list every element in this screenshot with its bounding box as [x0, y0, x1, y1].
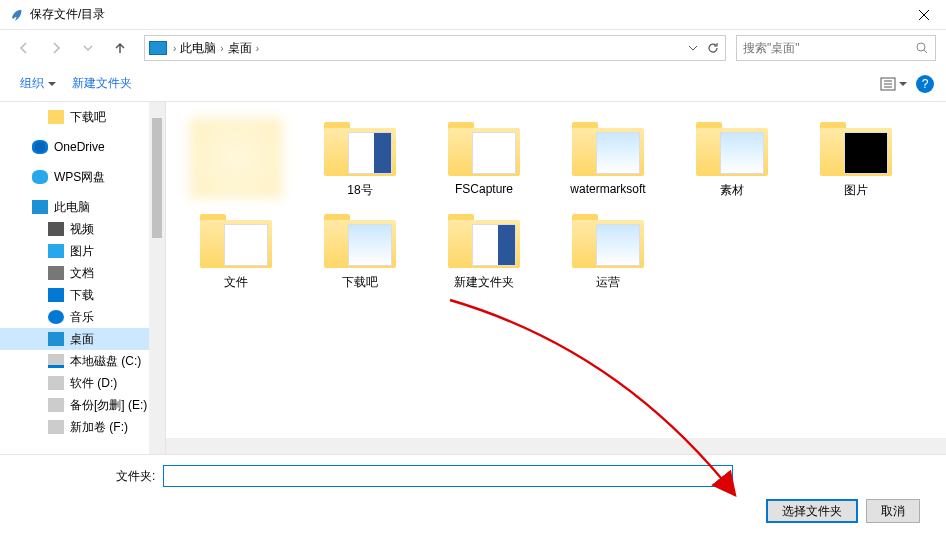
folder-item-2[interactable]: FSCapture — [438, 118, 530, 204]
sidebar-item-4[interactable]: 视频 — [0, 218, 165, 240]
folder-item-8[interactable]: 新建文件夹 — [438, 210, 530, 291]
sidebar-item-7[interactable]: 下载 — [0, 284, 165, 306]
cancel-button[interactable]: 取消 — [866, 499, 920, 523]
close-icon — [918, 9, 930, 21]
folder-label: 新建文件夹 — [454, 274, 514, 291]
sidebar-item-9[interactable]: 桌面 — [0, 328, 165, 350]
ic-drive2-icon — [48, 376, 64, 390]
folder-item-4[interactable]: 素材 — [686, 118, 778, 204]
search-bar[interactable] — [736, 35, 936, 61]
folder-icon — [324, 118, 396, 176]
folder-item-9[interactable]: 运营 — [562, 210, 654, 291]
folder-label: 下载吧 — [342, 274, 378, 291]
sidebar-scrollbar[interactable] — [149, 102, 165, 454]
back-button[interactable] — [10, 34, 38, 62]
ic-desk-icon — [48, 332, 64, 346]
folder-icon — [572, 118, 644, 176]
address-bar[interactable]: › 此电脑 › 桌面 › — [144, 35, 726, 61]
ic-drive-icon — [48, 354, 64, 368]
folder-label: 图片 — [844, 182, 868, 199]
folder-input[interactable] — [163, 465, 733, 487]
sidebar-item-11[interactable]: 软件 (D:) — [0, 372, 165, 394]
ic-video-icon — [48, 222, 64, 236]
folder-item-6[interactable]: 文件 — [190, 210, 282, 291]
chevron-down-icon — [82, 42, 94, 54]
sidebar-item-label: 本地磁盘 (C:) — [70, 353, 141, 370]
folder-icon — [448, 118, 520, 176]
main-area: 下载吧OneDriveWPS网盘此电脑视频图片文档下载音乐桌面本地磁盘 (C:)… — [0, 102, 946, 454]
ic-drive2-icon — [48, 398, 64, 412]
close-button[interactable] — [901, 0, 946, 30]
ic-pc-icon — [32, 200, 48, 214]
up-button[interactable] — [106, 34, 134, 62]
sidebar-item-0[interactable]: 下载吧 — [0, 106, 165, 128]
recent-button[interactable] — [74, 34, 102, 62]
sidebar-item-label: 音乐 — [70, 309, 94, 326]
folder-label: watermarksoft — [570, 182, 645, 196]
footer: 文件夹: 选择文件夹 取消 — [0, 454, 946, 533]
sidebar-item-10[interactable]: 本地磁盘 (C:) — [0, 350, 165, 372]
sidebar: 下载吧OneDriveWPS网盘此电脑视频图片文档下载音乐桌面本地磁盘 (C:)… — [0, 102, 166, 454]
folder-label: FSCapture — [455, 182, 513, 196]
search-icon — [915, 41, 929, 55]
app-icon — [8, 7, 24, 23]
content-scrollbar[interactable] — [166, 438, 946, 454]
folder-icon — [190, 118, 282, 198]
breadcrumb-desktop[interactable]: 桌面 — [224, 40, 256, 57]
organize-button[interactable]: 组织 — [12, 71, 64, 96]
ic-doc-icon — [48, 266, 64, 280]
sidebar-item-2[interactable]: WPS网盘 — [0, 166, 165, 188]
window-title: 保存文件/目录 — [30, 6, 901, 23]
location-icon — [149, 41, 167, 55]
folder-label: 文件夹: — [116, 468, 155, 485]
chevron-down-icon — [48, 80, 56, 88]
folder-icon — [572, 210, 644, 268]
sidebar-item-6[interactable]: 文档 — [0, 262, 165, 284]
sidebar-item-label: 下载吧 — [70, 109, 106, 126]
folder-icon — [324, 210, 396, 268]
folder-item-5[interactable]: 图片 — [810, 118, 902, 204]
sidebar-item-8[interactable]: 音乐 — [0, 306, 165, 328]
ic-wps-icon — [32, 170, 48, 184]
view-button[interactable] — [880, 75, 908, 93]
select-folder-button[interactable]: 选择文件夹 — [766, 499, 858, 523]
folder-item-3[interactable]: watermarksoft — [562, 118, 654, 204]
sidebar-item-label: 视频 — [70, 221, 94, 238]
svg-point-0 — [917, 43, 925, 51]
sidebar-item-5[interactable]: 图片 — [0, 240, 165, 262]
folder-label: 文件 — [224, 274, 248, 291]
sidebar-item-1[interactable]: OneDrive — [0, 136, 165, 158]
ic-music-icon — [48, 310, 64, 324]
sidebar-item-label: OneDrive — [54, 140, 105, 154]
folder-item-0[interactable] — [190, 118, 282, 204]
sidebar-item-label: 此电脑 — [54, 199, 90, 216]
sidebar-item-label: 备份[勿删] (E:) — [70, 397, 147, 414]
arrow-right-icon — [48, 40, 64, 56]
ic-drive2-icon — [48, 420, 64, 434]
folder-label: 18号 — [347, 182, 372, 199]
sidebar-item-label: 桌面 — [70, 331, 94, 348]
ic-folder-icon — [48, 110, 64, 124]
sidebar-item-13[interactable]: 新加卷 (F:) — [0, 416, 165, 438]
arrow-up-icon — [112, 40, 128, 56]
folder-icon — [448, 210, 520, 268]
crumb-separator: › — [256, 43, 259, 54]
breadcrumb-pc[interactable]: 此电脑 — [176, 40, 220, 57]
ic-onedrive-icon — [32, 140, 48, 154]
help-button[interactable]: ? — [916, 75, 934, 93]
search-input[interactable] — [743, 41, 915, 55]
folder-item-1[interactable]: 18号 — [314, 118, 406, 204]
titlebar: 保存文件/目录 — [0, 0, 946, 30]
sidebar-item-3[interactable]: 此电脑 — [0, 196, 165, 218]
file-list: 18号FSCapturewatermarksoft素材图片文件下载吧新建文件夹运… — [166, 102, 946, 454]
folder-item-7[interactable]: 下载吧 — [314, 210, 406, 291]
sidebar-item-label: 新加卷 (F:) — [70, 419, 128, 436]
forward-button[interactable] — [42, 34, 70, 62]
navbar: › 此电脑 › 桌面 › — [0, 30, 946, 66]
sidebar-item-12[interactable]: 备份[勿删] (E:) — [0, 394, 165, 416]
new-folder-button[interactable]: 新建文件夹 — [64, 71, 140, 96]
arrow-left-icon — [16, 40, 32, 56]
refresh-icon[interactable] — [705, 40, 721, 56]
sidebar-item-label: 下载 — [70, 287, 94, 304]
dropdown-icon[interactable] — [687, 42, 699, 54]
